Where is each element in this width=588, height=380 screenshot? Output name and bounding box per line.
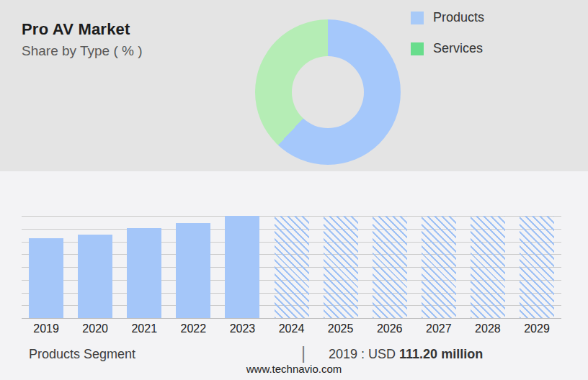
bar-slot: [316, 216, 365, 318]
page-title: Pro AV Market: [22, 20, 130, 39]
forecast-bar-2026: [373, 216, 407, 318]
legend-item-products: Products: [411, 10, 484, 25]
gridline: [22, 318, 561, 319]
bar-slot: [414, 216, 463, 318]
website-url: www.technavio.com: [0, 363, 588, 375]
bar-slot: [120, 216, 169, 318]
bar-slot: [218, 216, 267, 318]
x-axis-label-2019: 2019: [22, 322, 71, 335]
x-axis-label-2022: 2022: [169, 322, 218, 335]
bar-slot: [463, 216, 512, 318]
value-bar-2020: [78, 235, 112, 318]
legend-label: Services: [433, 41, 483, 56]
forecast-bar-2028: [471, 216, 505, 318]
x-axis-label-2023: 2023: [218, 322, 267, 335]
bar-slot: [365, 216, 414, 318]
x-axis-label-2028: 2028: [463, 322, 512, 335]
donut-chart: [255, 19, 401, 165]
segment-caption: Products Segment: [29, 347, 135, 362]
segment-value-amount: 111.20 million: [399, 347, 483, 361]
x-axis-label-2021: 2021: [120, 322, 169, 335]
x-axis-label-2024: 2024: [267, 322, 316, 335]
page-subtitle: Share by Type ( % ): [22, 43, 143, 59]
bar-slot: [512, 216, 561, 318]
products-segment-panel: 2019202020212022202320242025202620272028…: [0, 171, 588, 380]
x-axis-label-2029: 2029: [512, 322, 561, 335]
value-bar-2019: [29, 238, 63, 318]
legend-item-services: Services: [411, 41, 484, 56]
forecast-bar-2025: [324, 216, 358, 318]
value-bar-2021: [127, 228, 161, 318]
x-axis-label-2025: 2025: [316, 322, 365, 335]
forecast-bar-2029: [520, 216, 554, 318]
x-axis-label-2026: 2026: [365, 322, 414, 335]
bar-chart: [22, 216, 561, 318]
x-axis-label-2020: 2020: [71, 322, 120, 335]
legend-label: Products: [433, 10, 484, 25]
caption-divider: |: [301, 344, 306, 363]
x-axis-label-2027: 2027: [414, 322, 463, 335]
bar-slot: [267, 216, 316, 318]
forecast-bar-2027: [422, 216, 456, 318]
value-bar-2022: [176, 223, 210, 318]
segment-value-prefix: 2019 : USD: [329, 347, 399, 361]
bar-slots: [22, 216, 561, 318]
products-swatch-icon: [411, 12, 424, 24]
forecast-bar-2024: [275, 216, 309, 318]
x-axis-labels: 2019202020212022202320242025202620272028…: [22, 322, 561, 335]
services-swatch-icon: [411, 42, 424, 55]
segment-value: 2019 : USD 111.20 million: [329, 347, 483, 362]
value-bar-2023: [225, 216, 259, 318]
donut-hole: [292, 56, 364, 128]
share-by-type-panel: Pro AV Market Share by Type ( % ) Produc…: [0, 0, 588, 171]
bar-slot: [71, 216, 120, 318]
bar-slot: [169, 216, 218, 318]
chart-legend: Products Services: [411, 10, 484, 72]
bar-slot: [22, 216, 71, 318]
